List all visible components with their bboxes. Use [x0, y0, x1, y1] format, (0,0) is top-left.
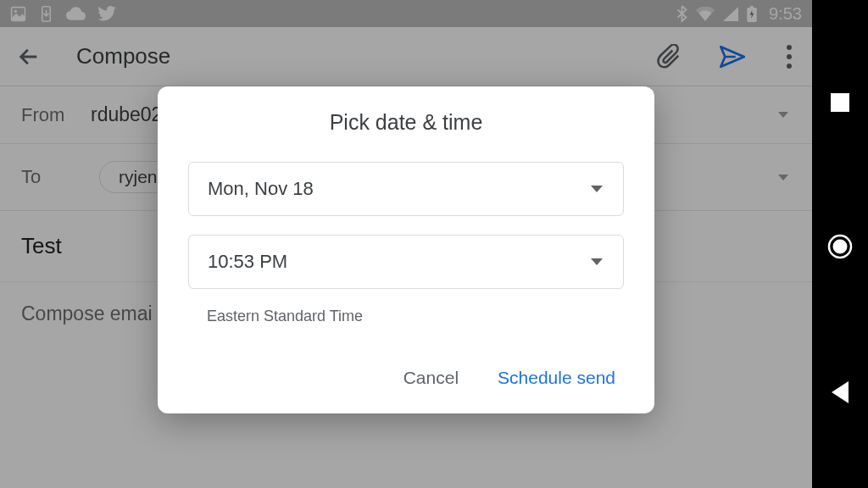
cancel-button[interactable]: Cancel [400, 361, 462, 395]
svg-point-6 [833, 240, 848, 254]
timezone-label: Eastern Standard Time [207, 308, 624, 325]
nav-home-icon[interactable] [827, 234, 853, 259]
time-value: 10:53 PM [208, 251, 287, 273]
date-picker[interactable]: Mon, Nov 18 [188, 162, 624, 216]
date-value: Mon, Nov 18 [208, 178, 314, 200]
schedule-send-button[interactable]: Schedule send [494, 361, 619, 395]
dropdown-caret-icon [591, 186, 603, 192]
dropdown-caret-icon [591, 258, 603, 265]
dialog-title: Pick date & time [188, 110, 624, 135]
time-picker[interactable]: 10:53 PM [188, 235, 624, 289]
nav-back-icon[interactable] [832, 381, 849, 403]
schedule-dialog: Pick date & time Mon, Nov 18 10:53 PM Ea… [158, 86, 654, 413]
dialog-actions: Cancel Schedule send [188, 361, 619, 395]
nav-recents-icon[interactable] [831, 93, 849, 112]
system-nav-bar [812, 0, 868, 488]
